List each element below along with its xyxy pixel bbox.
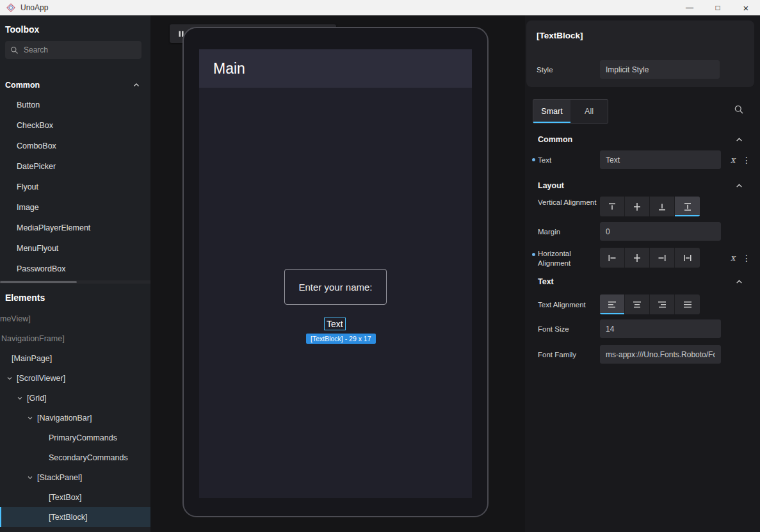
halign-center-button[interactable] bbox=[625, 248, 650, 268]
chevron-down-icon[interactable] bbox=[6, 375, 13, 382]
toolbox-section-label: Common bbox=[5, 81, 40, 90]
chevron-up-icon[interactable] bbox=[735, 278, 743, 286]
toolbox-title: Toolbox bbox=[5, 24, 150, 35]
valign-top-button[interactable] bbox=[600, 197, 625, 216]
textalign-left-button[interactable] bbox=[600, 294, 625, 314]
tree-item-primarycommands[interactable]: PrimaryCommands bbox=[0, 428, 150, 447]
text-property-input[interactable] bbox=[600, 150, 721, 169]
text-property-row: Text x ⋮ bbox=[525, 150, 760, 169]
property-menu-icon[interactable]: ⋮ bbox=[742, 155, 751, 165]
selected-element-name: [TextBlock] bbox=[537, 31, 583, 40]
property-search-icon[interactable] bbox=[734, 104, 744, 115]
style-input[interactable] bbox=[600, 60, 720, 79]
tree-item-textbox[interactable]: [TextBox] bbox=[0, 487, 150, 507]
tree-item-mainpage[interactable]: [MainPage] bbox=[0, 348, 150, 368]
section-layout-header[interactable]: Layout bbox=[525, 177, 760, 195]
toolbox-item-menuflyout[interactable]: MenuFlyout bbox=[0, 238, 150, 259]
tab-smart[interactable]: Smart bbox=[533, 100, 570, 123]
textalign-justify-button[interactable] bbox=[675, 294, 700, 314]
tab-all[interactable]: All bbox=[570, 100, 608, 123]
toolbox-scrollbar[interactable] bbox=[0, 280, 150, 284]
value-set-indicator bbox=[532, 158, 535, 161]
section-layout-title: Layout bbox=[538, 181, 564, 190]
phone-frame: Main Enter your name: Text [TextBlock] -… bbox=[182, 27, 489, 517]
vertical-alignment-group bbox=[600, 197, 700, 216]
preview-textbox[interactable]: Enter your name: bbox=[284, 269, 387, 305]
elements-title: Elements bbox=[5, 293, 150, 303]
tree-item-navigationbar[interactable]: [NavigationBar] bbox=[0, 408, 150, 428]
markup-extension-icon[interactable]: x bbox=[731, 253, 735, 262]
horizontal-alignment-row: Horizontal Alignment x ⋮ bbox=[525, 248, 760, 268]
toolbox-item-passwordbox[interactable]: PasswordBox bbox=[0, 259, 150, 279]
elements-tree: meView] NavigationFrame] [MainPage] [Scr… bbox=[0, 309, 150, 527]
toolbox-item-combobox[interactable]: ComboBox bbox=[0, 136, 150, 156]
halign-right-button[interactable] bbox=[650, 248, 675, 268]
toolbox-item-flyout[interactable]: Flyout bbox=[0, 177, 150, 197]
titlebar: UnoApp — □ × bbox=[0, 0, 760, 15]
font-size-label: Font Size bbox=[538, 325, 597, 334]
window-controls: — □ × bbox=[675, 0, 760, 15]
textalign-center-button[interactable] bbox=[625, 294, 650, 314]
minimize-button[interactable]: — bbox=[675, 0, 704, 15]
toolbox-item-checkbox[interactable]: CheckBox bbox=[0, 115, 150, 136]
tree-item-secondarycommands[interactable]: SecondaryCommands bbox=[0, 447, 150, 467]
halign-left-button[interactable] bbox=[600, 248, 625, 268]
toolbox-item-image[interactable]: Image bbox=[0, 197, 150, 218]
preview-textblock-text: Text bbox=[327, 319, 343, 329]
tree-item-grid[interactable]: [Grid] bbox=[0, 388, 150, 408]
chevron-down-icon[interactable] bbox=[27, 415, 33, 421]
textalign-right-button[interactable] bbox=[650, 294, 675, 314]
toolbox-section-common[interactable]: Common bbox=[0, 76, 150, 95]
chevron-down-icon[interactable] bbox=[17, 395, 23, 401]
tree-item-navigationframe[interactable]: NavigationFrame] bbox=[0, 328, 150, 348]
property-menu-icon[interactable]: ⋮ bbox=[742, 253, 751, 263]
section-common-header[interactable]: Common bbox=[525, 131, 760, 149]
chevron-down-icon[interactable] bbox=[27, 474, 33, 481]
style-label: Style bbox=[537, 66, 553, 74]
chevron-up-icon[interactable] bbox=[735, 136, 743, 144]
margin-input[interactable] bbox=[600, 222, 721, 241]
horizontal-alignment-group bbox=[600, 248, 700, 268]
inspector-tabs: Smart All bbox=[525, 99, 760, 122]
app-preview[interactable]: Main Enter your name: Text [TextBlock] -… bbox=[199, 49, 472, 498]
valign-stretch-button[interactable] bbox=[675, 197, 700, 216]
font-size-input[interactable] bbox=[600, 319, 721, 338]
chevron-up-icon[interactable] bbox=[735, 182, 743, 190]
toolbox-panel: Toolbox Common Button CheckBox ComboBox … bbox=[0, 15, 150, 532]
margin-row: Margin bbox=[525, 222, 760, 241]
valign-center-button[interactable] bbox=[625, 197, 650, 216]
tree-item-scrollviewer[interactable]: [ScrollViewer] bbox=[0, 368, 150, 388]
section-common-title: Common bbox=[538, 135, 572, 144]
halign-stretch-button[interactable] bbox=[675, 248, 700, 268]
toolbox-item-datepicker[interactable]: DatePicker bbox=[0, 156, 150, 177]
value-set-indicator bbox=[532, 253, 535, 256]
section-text-header[interactable]: Text bbox=[525, 273, 760, 291]
tree-item-textblock[interactable]: [TextBlock] bbox=[0, 507, 150, 527]
text-alignment-row: Text Alignment bbox=[525, 294, 760, 314]
selection-size-badge: [TextBlock] - 29 x 17 bbox=[306, 334, 376, 344]
font-family-input[interactable] bbox=[600, 345, 721, 364]
tab-group: Smart All bbox=[533, 99, 608, 124]
design-canvas[interactable]: ↺ ↻ ⋮ Main Enter your name: bbox=[150, 15, 525, 532]
toolbox-item-button[interactable]: Button bbox=[0, 95, 150, 115]
toolbox-search-input[interactable] bbox=[24, 45, 126, 54]
properties-panel: [TextBlock] Style Smart All Common Text … bbox=[525, 15, 760, 532]
font-family-row: Font Family bbox=[525, 345, 760, 364]
maximize-button[interactable]: □ bbox=[704, 0, 732, 15]
close-button[interactable]: × bbox=[732, 0, 760, 15]
preview-navigation-bar: Main bbox=[199, 49, 472, 88]
preview-textblock-selected[interactable]: Text bbox=[324, 318, 346, 330]
scrollbar-thumb[interactable] bbox=[0, 281, 77, 283]
tree-item-shellview[interactable]: meView] bbox=[0, 309, 150, 328]
toolbox-search[interactable] bbox=[5, 41, 141, 59]
uno-logo-icon bbox=[6, 3, 15, 12]
tree-item-stackpanel[interactable]: [StackPanel] bbox=[0, 467, 150, 487]
text-alignment-label: Text Alignment bbox=[538, 300, 597, 310]
toolbox-item-mediaplayerelement[interactable]: MediaPlayerElement bbox=[0, 218, 150, 238]
text-property-label: Text bbox=[538, 156, 597, 165]
selected-element-card: [TextBlock] Style bbox=[526, 20, 754, 87]
valign-bottom-button[interactable] bbox=[650, 197, 675, 216]
font-family-label: Font Family bbox=[538, 350, 597, 360]
markup-extension-icon[interactable]: x bbox=[731, 155, 735, 165]
preview-body: Enter your name: Text [TextBlock] - 29 x… bbox=[199, 88, 472, 498]
